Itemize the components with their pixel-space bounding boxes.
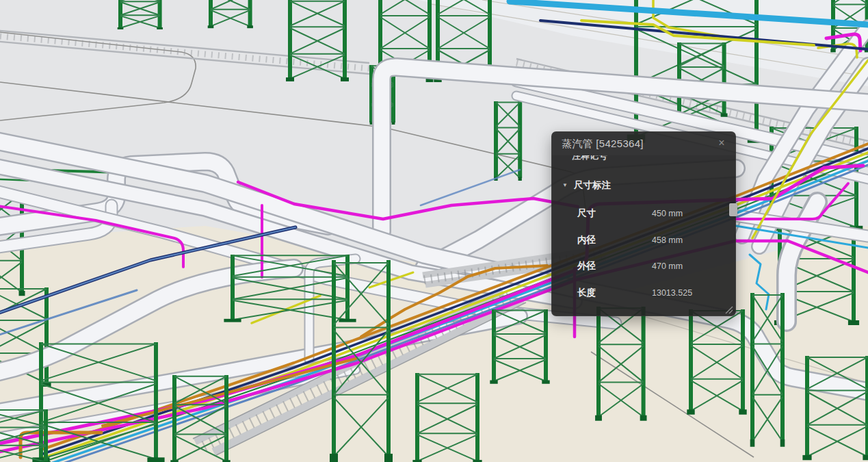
property-row-inner-diameter[interactable]: 内径 458 mm — [572, 227, 726, 254]
property-row-length[interactable]: 长度 13013.525 — [572, 280, 726, 307]
property-value: 458 mm — [652, 235, 726, 245]
property-label: 长度 — [577, 287, 652, 299]
property-value: 470 mm — [652, 261, 726, 271]
close-icon[interactable]: × — [715, 136, 728, 150]
scrollbar-thumb[interactable] — [729, 203, 737, 216]
property-label: 外径 — [577, 260, 652, 272]
property-value: 13013.525 — [652, 288, 726, 298]
panel-body: 注释记号 ▼ 尺寸标注 尺寸 450 mm 内径 458 mm 外径 470 m… — [552, 155, 735, 306]
panel-titlebar[interactable]: 蒸汽管 [5425364] × — [552, 132, 735, 155]
group-label: 尺寸标注 — [574, 179, 611, 192]
property-label: 内径 — [577, 234, 652, 246]
property-row-outer-diameter[interactable]: 外径 470 mm — [572, 253, 726, 280]
collapse-triangle-icon: ▼ — [562, 183, 568, 188]
property-row-clipped[interactable]: 注释记号 — [572, 155, 726, 165]
bim-viewer-window: 蒸汽管 [5425364] × 注释记号 ▼ 尺寸标注 尺寸 450 mm 内径… — [0, 0, 868, 462]
property-value: 450 mm — [652, 209, 726, 218]
property-rows: 尺寸 450 mm 内径 458 mm 外径 470 mm 长度 13013.5… — [572, 201, 726, 306]
resize-handle-icon[interactable] — [724, 305, 733, 313]
property-label: 尺寸 — [577, 207, 652, 220]
properties-panel[interactable]: 蒸汽管 [5425364] × 注释记号 ▼ 尺寸标注 尺寸 450 mm 内径… — [551, 131, 736, 316]
group-header-dimensions[interactable]: ▼ 尺寸标注 — [562, 179, 726, 192]
panel-title: 蒸汽管 [5425364] — [562, 138, 644, 151]
viewport-3d[interactable] — [0, 0, 868, 462]
property-row-size[interactable]: 尺寸 450 mm — [572, 201, 726, 227]
clipped-row-label: 注释记号 — [572, 155, 726, 162]
